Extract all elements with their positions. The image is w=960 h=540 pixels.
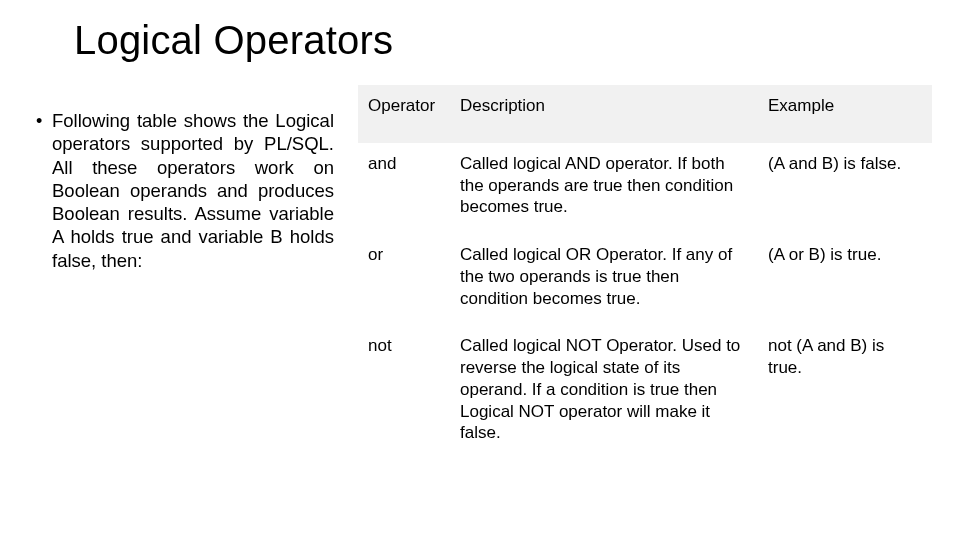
cell-operator: not xyxy=(358,326,450,461)
cell-example: (A or B) is true. xyxy=(758,235,932,326)
cell-description: Called logical OR Operator. If any of th… xyxy=(450,235,758,326)
cell-description: Called logical AND operator. If both the… xyxy=(450,144,758,235)
table-header-row: Operator Description Example xyxy=(358,85,932,144)
cell-description: Called logical NOT Operator. Used to rev… xyxy=(450,326,758,461)
table-row: not Called logical NOT Operator. Used to… xyxy=(358,326,932,461)
operators-table: Operator Description Example and Called … xyxy=(358,85,932,462)
slide: Logical Operators • Following table show… xyxy=(0,0,960,540)
cell-example: not (A and B) is true. xyxy=(758,326,932,461)
cell-operator: or xyxy=(358,235,450,326)
page-title: Logical Operators xyxy=(74,18,932,63)
bullet-marker: • xyxy=(36,109,52,133)
table-area: Operator Description Example and Called … xyxy=(358,85,932,462)
bullet-item: • Following table shows the Logical oper… xyxy=(36,109,334,272)
cell-example: (A and B) is false. xyxy=(758,144,932,235)
header-description: Description xyxy=(450,85,758,144)
bullet-text: Following table shows the Logical operat… xyxy=(52,109,334,272)
header-operator: Operator xyxy=(358,85,450,144)
bullet-area: • Following table shows the Logical oper… xyxy=(36,85,334,272)
content-area: • Following table shows the Logical oper… xyxy=(36,85,932,462)
cell-operator: and xyxy=(358,144,450,235)
table-row: or Called logical OR Operator. If any of… xyxy=(358,235,932,326)
table-row: and Called logical AND operator. If both… xyxy=(358,144,932,235)
header-example: Example xyxy=(758,85,932,144)
